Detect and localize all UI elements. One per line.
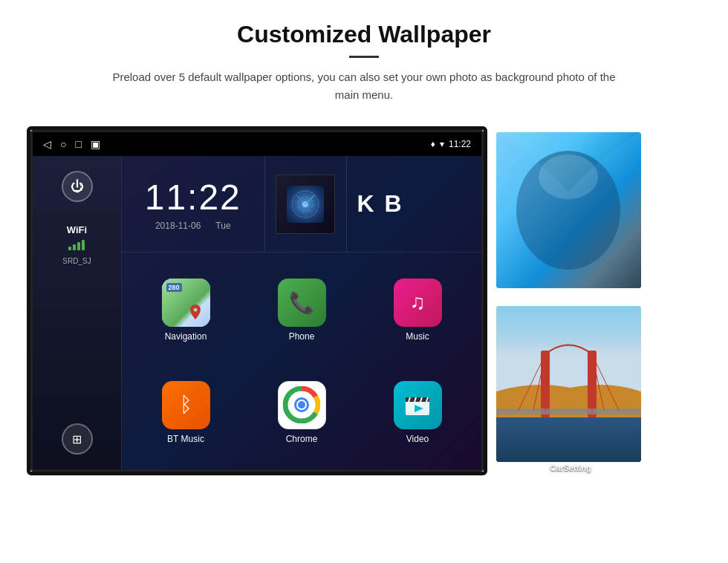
app-video[interactable]: Video: [363, 364, 472, 461]
carsetting-label: CarSetting: [496, 463, 645, 472]
chrome-svg: [283, 386, 320, 423]
main-content: ◁ ○ □ ▣ ♦ ▾ 11:22 ⏻ WiFi: [0, 117, 728, 475]
power-button[interactable]: ⏻: [62, 171, 93, 202]
wifi-bar-2: [73, 244, 76, 250]
svg-rect-23: [496, 409, 641, 414]
app-phone-label: Phone: [289, 331, 315, 342]
location-icon: ♦: [431, 139, 435, 149]
app-chrome-label: Chrome: [286, 434, 318, 444]
clock-widget: 11:22 2018-11-06 Tue: [122, 156, 265, 252]
app-navigation[interactable]: 280 Navigation: [131, 261, 241, 358]
bluetooth-icon: ᛒ: [180, 393, 192, 417]
screen-body: ⏻ WiFi SRD_SJ ⊞: [33, 156, 481, 469]
ice-cave-svg: [496, 132, 641, 288]
phone-handset-icon: 📞: [289, 290, 315, 315]
status-bar-left: ◁ ○ □ ▣: [43, 138, 100, 150]
device-screen: ◁ ○ □ ▣ ♦ ▾ 11:22 ⏻ WiFi: [30, 130, 484, 472]
wifi-bar-1: [68, 247, 71, 250]
btmusic-icon: ᛒ: [162, 381, 210, 429]
home-nav-icon[interactable]: ○: [60, 138, 66, 150]
clock-time: 11:22: [145, 177, 241, 218]
app-chrome[interactable]: Chrome: [247, 364, 357, 461]
status-time: 11:22: [449, 139, 471, 149]
letter-b: B: [385, 190, 402, 218]
media-widget: [265, 156, 347, 252]
apps-button[interactable]: ⊞: [62, 423, 93, 455]
phone-icon: 📞: [278, 279, 326, 327]
top-right-widgets: K B: [347, 156, 482, 252]
recents-nav-icon[interactable]: □: [75, 138, 81, 150]
video-icon-box: [394, 381, 442, 429]
svg-point-17: [539, 154, 598, 199]
svg-rect-18: [496, 306, 641, 395]
media-wifi-icon: [287, 186, 324, 223]
page-description: Preload over 5 default wallpaper options…: [104, 68, 624, 104]
wallpaper-ice-thumbnail: [496, 132, 641, 288]
wifi-bar-4: [82, 240, 85, 250]
wallpaper-thumbnails: CarSetting: [496, 126, 645, 475]
letter-k: K: [357, 190, 374, 218]
svg-point-7: [298, 401, 305, 409]
sidebar: ⏻ WiFi SRD_SJ ⊞: [33, 156, 122, 469]
clock-date-value: 2018-11-06: [155, 221, 201, 231]
page-header: Customized Wallpaper Preload over 5 defa…: [0, 0, 728, 117]
app-video-label: Video: [406, 434, 429, 444]
video-svg: [403, 390, 432, 420]
navigation-icon: 280: [162, 279, 210, 327]
wifi-ssid: SRD_SJ: [62, 257, 91, 265]
music-icon: ♫: [394, 279, 442, 327]
status-bar-right: ♦ ▾ 11:22: [431, 139, 471, 149]
status-bar: ◁ ○ □ ▣ ♦ ▾ 11:22: [33, 132, 481, 156]
clock-day-value: Tue: [215, 221, 230, 231]
bridge-svg: [496, 306, 641, 462]
page-title: Customized Wallpaper: [59, 21, 669, 48]
app-music[interactable]: ♫ Music: [363, 261, 472, 358]
app-grid: 280 Navigation 📞: [122, 253, 481, 469]
wallpaper-bridge-container[interactable]: CarSetting: [496, 306, 645, 475]
wifi-label: WiFi: [62, 224, 91, 235]
screenshot-nav-icon[interactable]: ▣: [91, 138, 100, 150]
device-screen-outer: ◁ ○ □ ▣ ♦ ▾ 11:22 ⏻ WiFi: [27, 126, 487, 475]
wallpaper-bridge-thumbnail: [496, 306, 641, 462]
media-icon-box: [276, 175, 335, 234]
svg-rect-19: [496, 410, 641, 462]
wifi-status-icon: ▾: [440, 139, 444, 149]
app-btmusic[interactable]: ᛒ BT Music: [131, 364, 241, 461]
top-row: 11:22 2018-11-06 Tue: [122, 156, 481, 253]
chrome-icon: [278, 381, 326, 429]
wifi-bar-3: [77, 242, 80, 250]
music-note-icon: ♫: [410, 290, 426, 314]
title-divider: [349, 56, 379, 58]
app-phone[interactable]: 📞 Phone: [247, 261, 357, 358]
app-btmusic-label: BT Music: [167, 434, 204, 444]
back-nav-icon[interactable]: ◁: [43, 138, 51, 150]
wifi-bars: [62, 238, 91, 250]
screen-main: 11:22 2018-11-06 Tue: [122, 156, 481, 469]
nav-badge: 280: [166, 283, 182, 292]
wifi-info: WiFi SRD_SJ: [62, 224, 91, 267]
wallpaper-ice-container[interactable]: [496, 132, 645, 302]
nav-map-bg: 280: [162, 279, 210, 327]
app-navigation-label: Navigation: [165, 331, 207, 342]
clock-date: 2018-11-06 Tue: [155, 221, 231, 231]
app-music-label: Music: [406, 331, 429, 342]
